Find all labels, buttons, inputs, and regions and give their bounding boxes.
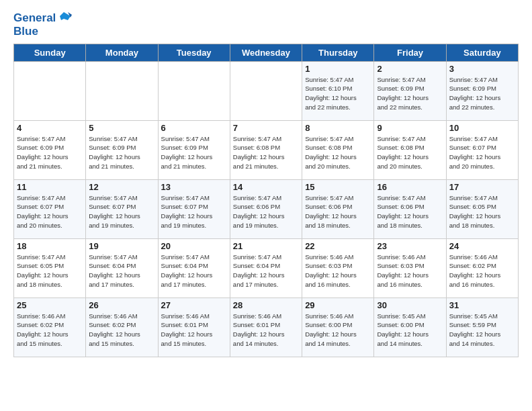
day-number: 22	[305, 241, 371, 251]
day-info: Sunrise: 5:47 AMSunset: 6:06 PMDaylight:…	[305, 193, 371, 230]
day-info: Sunrise: 5:47 AMSunset: 6:05 PMDaylight:…	[17, 253, 83, 289]
calendar-cell: 5Sunrise: 5:47 AMSunset: 6:09 PMDaylight…	[86, 120, 158, 179]
day-info: Sunrise: 5:47 AMSunset: 6:07 PMDaylight:…	[161, 193, 227, 230]
calendar-cell: 30Sunrise: 5:45 AMSunset: 6:00 PMDayligh…	[374, 298, 446, 357]
day-info: Sunrise: 5:47 AMSunset: 6:07 PMDaylight:…	[449, 134, 515, 171]
calendar-cell: 18Sunrise: 5:47 AMSunset: 6:05 PMDayligh…	[14, 238, 86, 298]
day-info: Sunrise: 5:47 AMSunset: 6:09 PMDaylight:…	[449, 75, 515, 112]
day-info: Sunrise: 5:47 AMSunset: 6:09 PMDaylight:…	[161, 134, 227, 171]
day-number: 18	[17, 241, 83, 251]
day-number: 31	[449, 300, 515, 310]
day-info: Sunrise: 5:46 AMSunset: 6:00 PMDaylight:…	[305, 312, 371, 349]
day-info: Sunrise: 5:47 AMSunset: 6:09 PMDaylight:…	[377, 75, 443, 112]
day-number: 15	[305, 182, 371, 192]
calendar-cell: 28Sunrise: 5:46 AMSunset: 6:01 PMDayligh…	[230, 298, 302, 357]
calendar-cell: 23Sunrise: 5:46 AMSunset: 6:03 PMDayligh…	[374, 238, 446, 298]
calendar-cell: 6Sunrise: 5:47 AMSunset: 6:09 PMDaylight…	[158, 120, 230, 179]
day-number: 27	[161, 300, 227, 310]
calendar-cell	[86, 61, 158, 120]
calendar-cell: 24Sunrise: 5:46 AMSunset: 6:02 PMDayligh…	[446, 238, 518, 298]
calendar: SundayMondayTuesdayWednesdayThursdayFrid…	[13, 44, 519, 357]
calendar-cell: 19Sunrise: 5:47 AMSunset: 6:04 PMDayligh…	[86, 238, 158, 298]
day-number: 6	[161, 123, 227, 133]
day-header-friday: Friday	[374, 44, 446, 61]
day-info: Sunrise: 5:47 AMSunset: 6:08 PMDaylight:…	[233, 134, 299, 171]
day-info: Sunrise: 5:47 AMSunset: 6:09 PMDaylight:…	[89, 134, 154, 171]
day-number: 16	[377, 182, 443, 192]
calendar-cell: 17Sunrise: 5:47 AMSunset: 6:05 PMDayligh…	[446, 179, 518, 238]
calendar-cell: 25Sunrise: 5:46 AMSunset: 6:02 PMDayligh…	[14, 298, 86, 357]
calendar-cell: 26Sunrise: 5:46 AMSunset: 6:02 PMDayligh…	[86, 298, 158, 357]
calendar-cell: 12Sunrise: 5:47 AMSunset: 6:07 PMDayligh…	[86, 179, 158, 238]
day-number: 5	[89, 123, 154, 133]
calendar-cell: 4Sunrise: 5:47 AMSunset: 6:09 PMDaylight…	[14, 120, 86, 179]
calendar-cell: 2Sunrise: 5:47 AMSunset: 6:09 PMDaylight…	[374, 61, 446, 120]
calendar-cell: 16Sunrise: 5:47 AMSunset: 6:06 PMDayligh…	[374, 179, 446, 238]
logo-bird-icon	[57, 11, 72, 26]
day-info: Sunrise: 5:47 AMSunset: 6:04 PMDaylight:…	[233, 253, 299, 289]
day-info: Sunrise: 5:46 AMSunset: 6:02 PMDaylight:…	[449, 253, 515, 289]
calendar-cell: 15Sunrise: 5:47 AMSunset: 6:06 PMDayligh…	[302, 179, 374, 238]
calendar-cell: 1Sunrise: 5:47 AMSunset: 6:10 PMDaylight…	[302, 61, 374, 120]
day-number: 20	[161, 241, 227, 251]
day-info: Sunrise: 5:46 AMSunset: 6:01 PMDaylight:…	[161, 312, 227, 349]
day-info: Sunrise: 5:47 AMSunset: 6:04 PMDaylight:…	[161, 253, 227, 289]
day-number: 19	[89, 241, 154, 251]
day-info: Sunrise: 5:45 AMSunset: 5:59 PMDaylight:…	[449, 312, 515, 349]
day-info: Sunrise: 5:47 AMSunset: 6:06 PMDaylight:…	[233, 193, 299, 230]
day-info: Sunrise: 5:46 AMSunset: 6:03 PMDaylight:…	[377, 253, 443, 289]
day-number: 25	[17, 300, 83, 310]
day-header-monday: Monday	[86, 44, 158, 61]
day-number: 17	[449, 182, 515, 192]
day-number: 29	[305, 300, 371, 310]
calendar-cell: 13Sunrise: 5:47 AMSunset: 6:07 PMDayligh…	[158, 179, 230, 238]
day-info: Sunrise: 5:47 AMSunset: 6:08 PMDaylight:…	[305, 134, 371, 171]
day-info: Sunrise: 5:46 AMSunset: 6:02 PMDaylight:…	[89, 312, 154, 349]
calendar-cell: 10Sunrise: 5:47 AMSunset: 6:07 PMDayligh…	[446, 120, 518, 179]
calendar-cell: 29Sunrise: 5:46 AMSunset: 6:00 PMDayligh…	[302, 298, 374, 357]
calendar-cell	[158, 61, 230, 120]
calendar-cell: 14Sunrise: 5:47 AMSunset: 6:06 PMDayligh…	[230, 179, 302, 238]
day-info: Sunrise: 5:47 AMSunset: 6:07 PMDaylight:…	[89, 193, 154, 230]
day-info: Sunrise: 5:47 AMSunset: 6:07 PMDaylight:…	[17, 193, 83, 230]
calendar-cell: 22Sunrise: 5:46 AMSunset: 6:03 PMDayligh…	[302, 238, 374, 298]
calendar-cell: 27Sunrise: 5:46 AMSunset: 6:01 PMDayligh…	[158, 298, 230, 357]
day-number: 3	[449, 64, 515, 74]
day-info: Sunrise: 5:47 AMSunset: 6:04 PMDaylight:…	[89, 253, 154, 289]
day-info: Sunrise: 5:46 AMSunset: 6:03 PMDaylight:…	[305, 253, 371, 289]
day-header-tuesday: Tuesday	[158, 44, 230, 61]
calendar-cell: 21Sunrise: 5:47 AMSunset: 6:04 PMDayligh…	[230, 238, 302, 298]
calendar-cell: 8Sunrise: 5:47 AMSunset: 6:08 PMDaylight…	[302, 120, 374, 179]
logo-text: General Blue	[13, 11, 72, 38]
day-number: 24	[449, 241, 515, 251]
day-number: 10	[449, 123, 515, 133]
day-number: 2	[377, 64, 443, 74]
day-info: Sunrise: 5:45 AMSunset: 6:00 PMDaylight:…	[377, 312, 443, 349]
calendar-cell: 20Sunrise: 5:47 AMSunset: 6:04 PMDayligh…	[158, 238, 230, 298]
day-number: 23	[377, 241, 443, 251]
calendar-cell: 7Sunrise: 5:47 AMSunset: 6:08 PMDaylight…	[230, 120, 302, 179]
day-number: 12	[89, 182, 154, 192]
calendar-cell: 3Sunrise: 5:47 AMSunset: 6:09 PMDaylight…	[446, 61, 518, 120]
day-info: Sunrise: 5:46 AMSunset: 6:01 PMDaylight:…	[233, 312, 299, 349]
day-info: Sunrise: 5:47 AMSunset: 6:05 PMDaylight:…	[449, 193, 515, 230]
day-info: Sunrise: 5:47 AMSunset: 6:09 PMDaylight:…	[17, 134, 83, 171]
calendar-cell: 31Sunrise: 5:45 AMSunset: 5:59 PMDayligh…	[446, 298, 518, 357]
calendar-cell: 11Sunrise: 5:47 AMSunset: 6:07 PMDayligh…	[14, 179, 86, 238]
day-number: 13	[161, 182, 227, 192]
day-number: 11	[17, 182, 83, 192]
day-number: 7	[233, 123, 299, 133]
day-number: 8	[305, 123, 371, 133]
calendar-cell	[230, 61, 302, 120]
day-number: 1	[305, 64, 371, 74]
day-header-sunday: Sunday	[14, 44, 86, 61]
day-number: 9	[377, 123, 443, 133]
calendar-cell: 9Sunrise: 5:47 AMSunset: 6:08 PMDaylight…	[374, 120, 446, 179]
calendar-cell	[14, 61, 86, 120]
logo: General Blue	[13, 11, 72, 38]
day-info: Sunrise: 5:47 AMSunset: 6:10 PMDaylight:…	[305, 75, 371, 112]
day-header-saturday: Saturday	[446, 44, 518, 61]
day-info: Sunrise: 5:47 AMSunset: 6:08 PMDaylight:…	[377, 134, 443, 171]
day-info: Sunrise: 5:46 AMSunset: 6:02 PMDaylight:…	[17, 312, 83, 349]
day-number: 14	[233, 182, 299, 192]
